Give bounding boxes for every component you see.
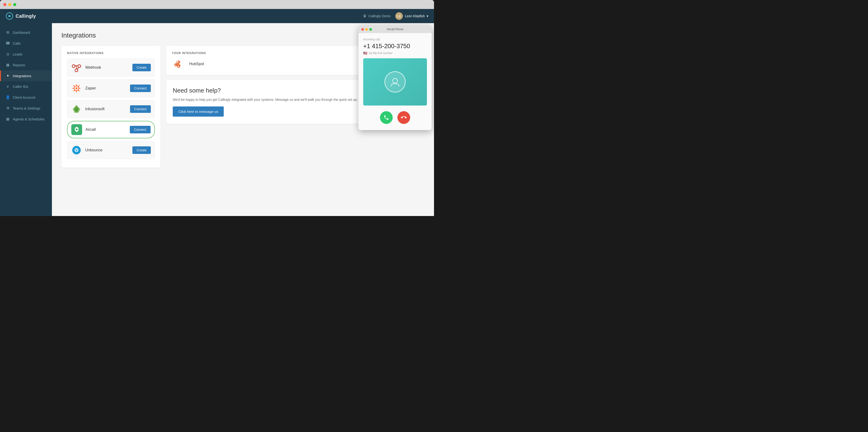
avatar: LK (395, 12, 403, 20)
incoming-call-label: Incoming call (363, 38, 427, 41)
sidebar-item-teams-settings[interactable]: ⚙ Teams & Settings (0, 103, 52, 114)
svg-point-2 (72, 65, 75, 67)
integration-row-zapier: Zapier Connect (67, 79, 155, 97)
caller-ids-icon: # (6, 85, 10, 89)
teams-settings-icon: ⚙ (6, 106, 10, 110)
close-button[interactable] (3, 3, 6, 6)
svg-point-1 (75, 69, 78, 72)
svg-line-9 (74, 86, 74, 86)
chevron-down-icon: ▾ (427, 14, 428, 18)
message-button[interactable]: Click here to message us (173, 106, 224, 117)
dashboard-icon: ⊞ (6, 30, 10, 34)
svg-point-31 (175, 63, 178, 65)
aircall-window-title: Aircall Phone (387, 28, 404, 31)
leads-icon: ◎ (6, 52, 10, 56)
user-name: Leon Klepfish (405, 14, 425, 18)
agents-schedules-icon: ▦ (6, 117, 10, 121)
calls-icon: ☎ (6, 41, 10, 45)
caller-avatar-icon (389, 76, 401, 88)
sidebar-item-integrations[interactable]: ✦ Integrations (0, 70, 52, 81)
unbounce-create-button[interactable]: Create (132, 146, 151, 154)
decline-call-icon (401, 115, 407, 120)
minimize-button[interactable] (8, 3, 11, 6)
sidebar-item-label: Calls (13, 41, 21, 45)
svg-point-3 (78, 65, 81, 67)
sidebar-item-calls[interactable]: ☎ Calls (0, 38, 52, 49)
sidebar-item-dashboard[interactable]: ⊞ Dashboard (0, 27, 52, 38)
sidebar-item-agents-schedules[interactable]: ▦ Agents & Schedules (0, 114, 52, 124)
svg-line-12 (74, 90, 74, 91)
sidebar-item-label: Agents & Schedules (13, 117, 44, 121)
caller-circle (384, 71, 406, 93)
unbounce-logo (71, 145, 82, 156)
sidebar-item-client-account[interactable]: 👤 Client Account (0, 92, 52, 103)
native-integrations-header: NATIVE INTEGRATIONS (67, 52, 155, 55)
nav-right: 🖥 Callingly Demo LK Leon Klepfish ▾ (363, 12, 428, 20)
demo-label: Callingly Demo (368, 14, 391, 18)
sidebar: ⊞ Dashboard ☎ Calls ◎ Leads ▦ Reports ✦ (0, 23, 52, 216)
aircall-close-btn[interactable] (361, 28, 364, 31)
top-navbar: Callingly 🖥 Callingly Demo LK Leon Klepf… (0, 9, 434, 23)
avatar-initials: LK (397, 14, 401, 18)
unbounce-icon (71, 145, 82, 155)
svg-point-16 (76, 128, 78, 130)
traffic-lights (3, 3, 16, 6)
sidebar-item-label: Caller IDs (13, 85, 28, 89)
aircall-bg (71, 124, 82, 135)
monitor-icon: 🖥 (363, 14, 367, 18)
integration-row-infusionsoft: Infusionsoft Connect (67, 100, 155, 118)
infusionsoft-name: Infusionsoft (85, 107, 130, 111)
decline-call-button[interactable] (397, 111, 410, 124)
logo-text: Callingly (16, 13, 36, 19)
nav-user[interactable]: LK Leon Klepfish ▾ (395, 12, 428, 20)
svg-point-34 (393, 79, 397, 83)
phone-number: +1 415-200-3750 (363, 42, 427, 50)
integration-row-webhook: Webhook Create (67, 59, 155, 76)
aircall-name: Aircall (86, 127, 130, 132)
infusionsoft-icon (71, 104, 82, 114)
aircall-logo (71, 124, 82, 135)
sidebar-item-label: Reports (13, 63, 25, 67)
aircall-connect-button[interactable]: Connect (130, 126, 151, 133)
unbounce-name: Unbounce (85, 148, 132, 152)
nav-demo: 🖥 Callingly Demo (363, 14, 391, 18)
webhook-create-button[interactable]: Create (132, 64, 151, 71)
aircall-fullscreen-btn[interactable] (369, 28, 372, 31)
svg-point-13 (75, 87, 78, 89)
svg-line-11 (79, 86, 79, 86)
sidebar-item-label: Leads (13, 52, 23, 56)
zapier-logo (71, 83, 82, 94)
via-number: 🇺🇸 via My first number (363, 51, 427, 55)
sidebar-item-leads[interactable]: ◎ Leads (0, 49, 52, 60)
infusionsoft-logo (71, 104, 82, 115)
integration-row-unbounce: Unbounce Create (67, 141, 155, 159)
sidebar-item-label: Teams & Settings (13, 106, 40, 110)
webhook-name: Webhook (85, 65, 132, 70)
svg-line-10 (79, 90, 79, 91)
integration-row-aircall: Aircall Connect (67, 121, 155, 138)
webhook-logo (71, 62, 82, 73)
aircall-minimize-btn[interactable] (365, 28, 368, 31)
accept-call-button[interactable] (380, 111, 393, 124)
aircall-body: Incoming call +1 415-200-3750 🇺🇸 via My … (359, 33, 432, 130)
client-account-icon: 👤 (6, 95, 10, 99)
reports-icon: ▦ (6, 63, 10, 67)
via-label: via My first number (369, 52, 393, 55)
fullscreen-button[interactable] (13, 3, 16, 6)
sidebar-item-reports[interactable]: ▦ Reports (0, 60, 52, 70)
infusionsoft-connect-button[interactable]: Connect (130, 105, 151, 113)
sidebar-item-label: Dashboard (13, 30, 30, 34)
zapier-connect-button[interactable]: Connect (130, 85, 151, 92)
aircall-icon (73, 126, 80, 133)
hubspot-icon (172, 59, 182, 69)
flag-icon: 🇺🇸 (363, 51, 367, 55)
logo-area: Callingly (6, 12, 36, 20)
sidebar-item-caller-ids[interactable]: # Caller IDs (0, 81, 52, 92)
aircall-traffic-lights (361, 28, 372, 31)
browser-titlebar (0, 0, 434, 9)
sidebar-item-label: Integrations (13, 74, 31, 78)
zapier-name: Zapier (85, 86, 130, 90)
aircall-titlebar: Aircall Phone (359, 26, 432, 33)
webhook-icon (71, 62, 82, 73)
call-actions (363, 109, 427, 128)
